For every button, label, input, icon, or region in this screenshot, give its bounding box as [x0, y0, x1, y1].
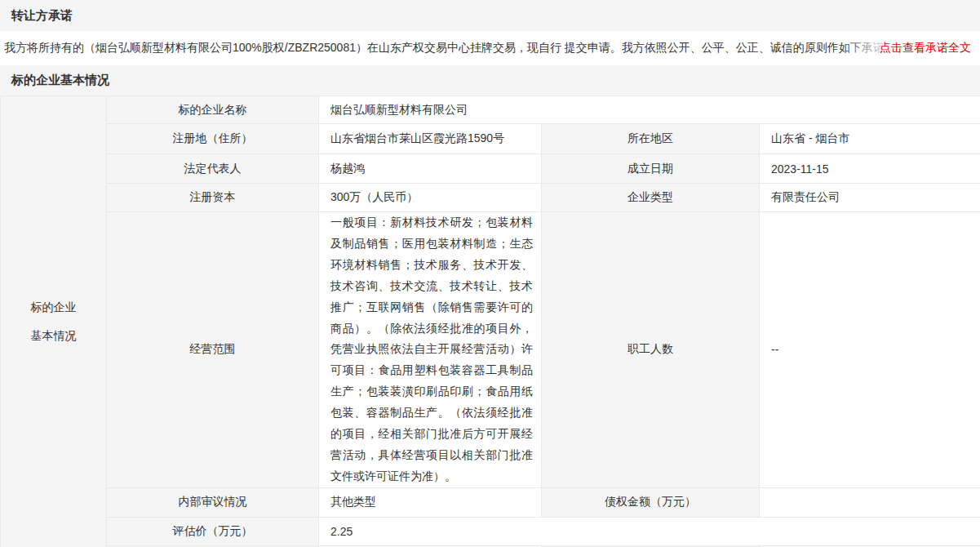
table-row: 评估价（万元） 2.25: [1, 517, 980, 545]
label-appraisal-price: 评估价（万元）: [107, 517, 319, 545]
group-label-line1: 标的企业: [1, 293, 106, 322]
value-region: 山东省 - 烟台市: [760, 124, 980, 154]
transferor-commitment-header: 转让方承诺: [0, 0, 980, 31]
label-internal-review: 内部审议情况: [107, 487, 319, 517]
value-registered-address: 山东省烟台市莱山区霞光路1590号: [319, 124, 542, 154]
basic-info-header: 标的企业基本情况: [0, 65, 980, 96]
commitment-link-fade: 点击查看承诺全文: [839, 31, 980, 65]
value-enterprise-type: 有限责任公司: [760, 184, 980, 212]
table-row: 经营范围 一般项目：新材料技术研发；包装材料及制品销售；医用包装材料制造；生态环…: [1, 212, 980, 488]
commitment-paragraph-row: 我方将所持有的（烟台弘顺新型材料有限公司100%股权/ZBZR250081）在山…: [0, 31, 980, 65]
value-employee-count: --: [760, 212, 980, 488]
value-company-name: 烟台弘顺新型材料有限公司: [319, 96, 980, 124]
group-label-cell: 标的企业 基本情况: [1, 96, 107, 547]
commitment-text: 我方将所持有的（烟台弘顺新型材料有限公司100%股权/ZBZR250081）在山…: [4, 41, 896, 56]
value-appraisal-price: 2.25: [319, 517, 980, 545]
label-registered-capital: 注册资本: [107, 184, 319, 212]
label-registered-address: 注册地（住所）: [107, 124, 319, 154]
table-row: 内部审议情况 其他类型 债权金额（万元）: [1, 487, 980, 517]
label-employee-count: 职工人数: [542, 212, 760, 488]
label-region: 所在地区: [542, 124, 760, 154]
table-row: 法定代表人 杨越鸿 成立日期 2023-11-15: [1, 154, 980, 184]
label-business-scope: 经营范围: [107, 212, 319, 488]
label-establish-date: 成立日期: [542, 154, 760, 184]
group-label-line2: 基本情况: [1, 322, 106, 350]
transferor-commitment-title: 转让方承诺: [11, 8, 73, 24]
business-scope-text: 一般项目：新材料技术研发；包装材料及制品销售；医用包装材料制造；生态环境材料销售…: [330, 212, 541, 487]
company-basic-info-table: 标的企业 基本情况 标的企业名称 烟台弘顺新型材料有限公司 注册地（住所） 山东…: [0, 96, 980, 547]
value-legal-representative: 杨越鸿: [319, 154, 542, 184]
view-full-commitment-link[interactable]: 点击查看承诺全文: [880, 41, 971, 56]
label-legal-representative: 法定代表人: [107, 154, 319, 184]
value-business-scope: 一般项目：新材料技术研发；包装材料及制品销售；医用包装材料制造；生态环境材料销售…: [319, 212, 542, 488]
table-row: 注册地（住所） 山东省烟台市莱山区霞光路1590号 所在地区 山东省 - 烟台市: [1, 124, 980, 154]
value-internal-review: 其他类型: [319, 487, 542, 517]
value-debt-amount: [760, 487, 980, 517]
label-company-name: 标的企业名称: [107, 96, 319, 124]
table-row: 标的企业 基本情况 标的企业名称 烟台弘顺新型材料有限公司: [1, 96, 980, 124]
table-row: 注册资本 300万（人民币） 企业类型 有限责任公司: [1, 184, 980, 212]
value-establish-date: 2023-11-15: [760, 154, 980, 184]
basic-info-title: 标的企业基本情况: [11, 73, 109, 88]
label-debt-amount: 债权金额（万元）: [542, 487, 760, 517]
label-enterprise-type: 企业类型: [542, 184, 760, 212]
value-registered-capital: 300万（人民币）: [319, 184, 542, 212]
